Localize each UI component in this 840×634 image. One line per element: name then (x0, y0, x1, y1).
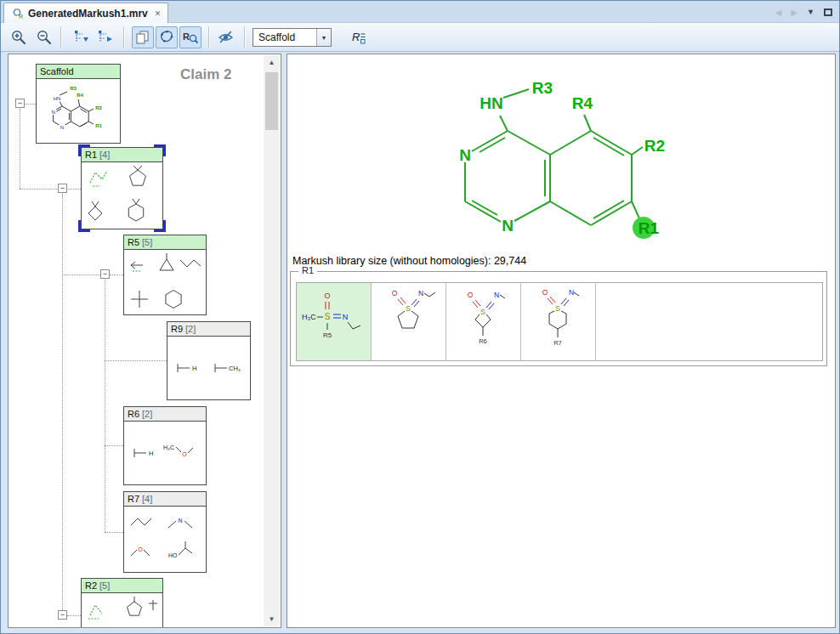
tree-connector-line (20, 109, 20, 189)
tree-connector-line (105, 532, 123, 533)
tree-node-header: R9[2] (167, 322, 250, 337)
tree-node-r5[interactable]: R5[5] (123, 235, 207, 315)
tree-node-r9[interactable]: R9[2] H CH₃ (167, 321, 251, 400)
tree-node-r2[interactable]: R2[5] (81, 578, 163, 628)
toolbar-separator (60, 26, 62, 48)
svg-text:R3: R3 (532, 79, 553, 97)
r5-thumbnail-structure (124, 250, 206, 314)
svg-text:N: N (459, 146, 471, 164)
restore-window-icon[interactable] (824, 8, 832, 16)
library-size-text: Markush library size (without homologies… (292, 255, 526, 267)
dropdown-arrow-icon[interactable]: ▼ (316, 29, 331, 46)
r5-thumbnail (124, 250, 206, 314)
svg-text:HN: HN (480, 94, 502, 112)
r6-thumbnail: H H₃C O (124, 422, 206, 484)
selection-corner (78, 220, 90, 232)
svg-text:R: R (183, 31, 190, 42)
expander-scaffold[interactable]: − (15, 99, 25, 108)
r7-thumbnail-structure: N O HO (124, 507, 206, 572)
tab-bar: R GeneratedMarkush1.mrv ✕ ◀ ▶ ▼ (1, 1, 839, 23)
expander-r1[interactable]: − (58, 184, 67, 193)
scroll-down-button[interactable]: ▼ (264, 612, 280, 626)
svg-text:R1: R1 (639, 219, 660, 237)
tree-node-header: R7[4] (124, 492, 206, 507)
r1-thumbnail (82, 162, 162, 229)
expander-r2[interactable]: − (58, 610, 67, 620)
svg-text:S: S (555, 304, 560, 313)
rgroup-query-toggle[interactable]: R (179, 26, 201, 48)
collapse-tree-button[interactable] (71, 26, 93, 48)
svg-text:O: O (468, 291, 474, 299)
rgroup-definition-button[interactable]: R (348, 26, 370, 48)
nav-forward-icon[interactable]: ▶ (791, 8, 797, 17)
collapse-tree-icon (73, 29, 90, 46)
nav-back-icon[interactable]: ◀ (775, 8, 782, 17)
svg-text:H₃C: H₃C (163, 444, 174, 450)
tree-node-r6[interactable]: R6[2] H H₃C O (123, 406, 207, 485)
svg-text:HO: HO (168, 552, 178, 558)
scroll-up-button[interactable]: ▲ (264, 55, 280, 70)
tree-node-r1[interactable]: R1[4] (81, 147, 163, 229)
tree-connector-line (20, 189, 59, 190)
hide-rlogic-button[interactable] (215, 26, 237, 48)
tab-close-icon[interactable]: ✕ (155, 9, 162, 18)
expander-r5[interactable]: − (100, 269, 110, 279)
scroll-thumb[interactable] (265, 72, 278, 130)
expand-tree-button[interactable] (94, 26, 116, 48)
r2-thumbnail-structure (82, 593, 162, 628)
r1-member-3-structure: S O N R6 (446, 283, 520, 360)
tree-node-header: R6[2] (124, 407, 206, 422)
tree-connector-line (68, 189, 81, 190)
r1-member-2-structure: S O N (372, 283, 446, 360)
r1-member-3[interactable]: S O N R6 (446, 283, 521, 360)
svg-text:S: S (480, 308, 485, 316)
r1-member-list-empty (596, 283, 822, 360)
zoom-out-button[interactable] (33, 26, 55, 48)
zoom-in-button[interactable] (8, 26, 30, 48)
svg-text:CH₃: CH₃ (229, 365, 241, 372)
r9-thumbnail: H CH₃ (167, 337, 250, 399)
tab-title: GeneratedMarkush1.mrv (28, 8, 148, 20)
tree-scrollbar[interactable]: ▲ ▼ (264, 55, 280, 626)
svg-text:R3: R3 (70, 86, 77, 91)
pages-icon (134, 29, 151, 46)
zoom-in-icon (10, 29, 27, 46)
r1-member-list: H₃C S O N R5 (296, 282, 823, 361)
tree-connector-line (62, 275, 100, 275)
groupbox-title: R1 (298, 265, 317, 275)
structure-canvas-panel: HN R3 R4 R2 R1 N N Markush library size … (287, 54, 836, 628)
svg-text:R7: R7 (553, 339, 562, 347)
svg-text:N: N (343, 313, 349, 321)
svg-text:H: H (149, 450, 153, 457)
selection-corner (154, 144, 166, 156)
rgroup-lasso-toggle[interactable] (156, 26, 178, 48)
zoom-out-icon (36, 29, 53, 46)
pages-view-toggle[interactable] (132, 26, 154, 48)
claim-label: Claim 2 (180, 66, 231, 83)
svg-text:H: H (192, 365, 196, 372)
scaffold-thumbnail-structure: HN R3 R4 R2 R1 N N (37, 79, 120, 143)
r1-member-1-structure: H₃C S O N R5 (297, 283, 371, 360)
tree-node-header: R1[4] (82, 148, 162, 162)
tab-list-icon[interactable]: ▼ (807, 8, 814, 16)
r-definition-icon: R (350, 29, 367, 46)
r1-member-4[interactable]: S O N R7 (521, 283, 596, 360)
view-mode-dropdown[interactable]: Scaffold ▼ (253, 28, 332, 47)
svg-text:N: N (51, 110, 54, 115)
tree-node-scaffold[interactable]: Scaffold (36, 64, 121, 144)
svg-text:R2: R2 (644, 137, 665, 155)
toolbar-separator (123, 26, 125, 48)
tree-node-r7[interactable]: R7[4] N O HO (123, 491, 207, 573)
svg-text:HN: HN (54, 96, 61, 101)
svg-text:O: O (392, 289, 398, 297)
svg-text:R: R (19, 14, 23, 20)
svg-text:N: N (418, 289, 423, 297)
eye-slash-icon (218, 29, 235, 46)
r1-member-2[interactable]: S O N (372, 283, 446, 360)
document-tab[interactable]: R GeneratedMarkush1.mrv ✕ (3, 3, 168, 23)
svg-text:H₃C: H₃C (302, 313, 316, 321)
r1-member-4-structure: S O N R7 (521, 283, 595, 360)
tab-controls: ◀ ▶ ▼ (775, 1, 832, 23)
r1-member-1[interactable]: H₃C S O N R5 (297, 283, 372, 360)
svg-text:S: S (406, 304, 411, 313)
